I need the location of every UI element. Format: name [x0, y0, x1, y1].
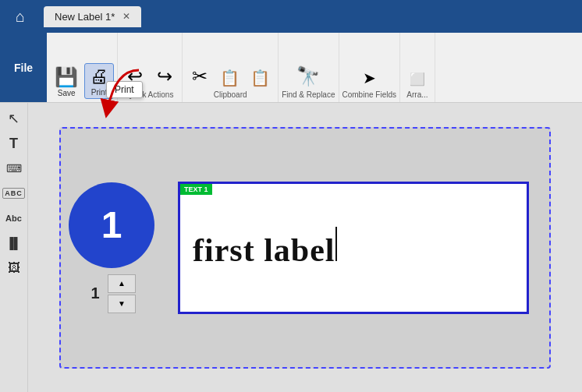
- stepper-up-button[interactable]: ▲: [108, 274, 136, 293]
- counter-circle-value: 1: [101, 203, 122, 246]
- keyboard-icon: ⌨: [6, 162, 22, 175]
- undo-button[interactable]: ↩: [121, 64, 149, 87]
- find-replace-button[interactable]: 🔭: [292, 64, 325, 87]
- home-icon: ⌂: [16, 8, 25, 26]
- combine-buttons: ➤: [355, 67, 383, 87]
- select-tool[interactable]: ↖: [3, 108, 25, 129]
- save-print-buttons: 💾 Save 🖨 Print: [50, 63, 114, 99]
- redo-button[interactable]: ↪: [151, 64, 179, 87]
- counter-circle: 1: [69, 182, 154, 268]
- combine-fields-label: Combine Fields: [342, 90, 396, 99]
- field-tag: TEXT 1: [180, 184, 212, 195]
- barcode-tool[interactable]: ▐▌: [3, 232, 25, 254]
- image-icon: 🖼: [8, 261, 20, 275]
- redo-icon: ↪: [157, 67, 172, 86]
- print-label: Print: [91, 88, 108, 97]
- combine-icon: ➤: [363, 70, 376, 86]
- clipboard-buttons: ✂ 📋 📋: [186, 64, 275, 87]
- home-button[interactable]: ⌂: [0, 0, 41, 33]
- label-canvas[interactable]: 1 1 ▲ ▼ TEXT 1: [59, 127, 551, 369]
- abc-icon: ABC: [2, 188, 25, 199]
- ribbon-group-find-replace: 🔭 Find & Replace: [279, 33, 339, 102]
- abc-tool[interactable]: ABC: [3, 182, 25, 204]
- arrange-buttons: ⬜: [403, 70, 431, 87]
- stepper-down-button[interactable]: ▼: [108, 295, 136, 313]
- copy-button[interactable]: 📋: [215, 67, 244, 87]
- stepper-up-icon: ▲: [118, 279, 126, 288]
- quick-actions-label: Quick Actions: [126, 90, 174, 99]
- main-area: ↖ T ⌨ ABC Abc ▐▌ 🖼 1: [0, 103, 582, 392]
- paste-icon: 📋: [250, 70, 270, 86]
- text-field-box[interactable]: TEXT 1 first label: [178, 182, 529, 314]
- ribbon-group-clipboard: ✂ 📋 📋 Clipboard: [183, 33, 279, 102]
- arrange-button[interactable]: ⬜: [403, 70, 431, 87]
- text-tool[interactable]: T: [3, 132, 25, 154]
- image-tool[interactable]: 🖼: [3, 257, 25, 279]
- ribbon-group-quick-actions: ↩ ↪ Quick Actions: [118, 33, 183, 102]
- arrange-icon: ⬜: [410, 73, 425, 86]
- text-icon: T: [9, 136, 18, 152]
- left-toolbar: ↖ T ⌨ ABC Abc ▐▌ 🖼: [0, 103, 28, 392]
- print-icon: 🖨: [90, 67, 108, 86]
- save-button[interactable]: 💾 Save: [50, 65, 83, 99]
- text-content-area: first label: [193, 227, 337, 269]
- combine-button[interactable]: ➤: [355, 67, 383, 87]
- cut-icon: ✂: [192, 67, 208, 86]
- arrange-label: Arra...: [406, 90, 428, 99]
- abcb-tool[interactable]: Abc: [3, 207, 25, 229]
- title-bar: ⌂ New Label 1* ✕: [0, 0, 582, 33]
- cut-button[interactable]: ✂: [186, 64, 214, 87]
- ribbon-group-combine-fields: ➤ Combine Fields: [339, 33, 400, 102]
- file-button[interactable]: File: [0, 33, 47, 102]
- copy-icon: 📋: [220, 70, 240, 86]
- text-cursor: [335, 227, 337, 261]
- paste-button[interactable]: 📋: [246, 67, 275, 87]
- quick-actions-buttons: ↩ ↪: [121, 64, 179, 87]
- barcode-icon: ▐▌: [6, 237, 22, 249]
- counter-stepper: ▲ ▼: [108, 274, 136, 313]
- counter-display-value: 1: [87, 284, 103, 302]
- save-icon: 💾: [55, 68, 78, 87]
- ribbon: File 💾 Save 🖨 Print Print: [0, 33, 582, 103]
- abcb-icon: Abc: [5, 214, 22, 223]
- counter-panel: 1 1 ▲ ▼: [69, 182, 154, 313]
- stepper-down-icon: ▼: [118, 299, 126, 308]
- ribbon-group-save-print: 💾 Save 🖨 Print: [47, 33, 118, 102]
- ribbon-group-arrange: ⬜ Arra...: [400, 33, 435, 102]
- tab-title: New Label 1*: [55, 11, 115, 23]
- select-icon: ↖: [8, 110, 20, 127]
- print-button[interactable]: 🖨 Print: [84, 63, 114, 99]
- canvas-area: 1 1 ▲ ▼ TEXT 1: [28, 103, 582, 392]
- undo-icon: ↩: [127, 67, 143, 86]
- counter-controls: 1 ▲ ▼: [87, 274, 136, 313]
- find-replace-buttons: 🔭: [292, 64, 325, 87]
- find-replace-label: Find & Replace: [282, 90, 335, 99]
- tab-close-button[interactable]: ✕: [122, 11, 130, 22]
- save-label: Save: [58, 89, 76, 97]
- clipboard-label: Clipboard: [214, 90, 247, 99]
- binoculars-icon: 🔭: [296, 67, 320, 86]
- tab-new-label[interactable]: New Label 1* ✕: [44, 6, 141, 27]
- label-text-content: first label: [193, 231, 335, 269]
- keyboard-tool[interactable]: ⌨: [3, 157, 25, 179]
